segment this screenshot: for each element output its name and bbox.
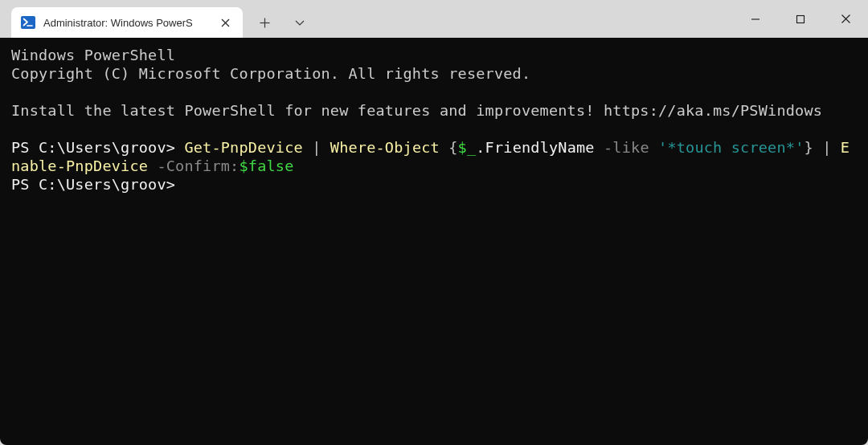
brace-token: } [804,139,813,156]
window-controls [733,0,868,38]
plus-icon [260,18,270,28]
prompt-text: PS C:\Users\groov> [11,176,175,193]
minimize-icon [751,14,760,24]
bool-token: $false [239,157,293,174]
brace-token: { [440,139,458,156]
svg-rect-7 [797,15,805,22]
banner-text: Copyright (C) Microsoft Corporation. All… [11,65,530,82]
banner-text: Windows PowerShell [11,47,175,63]
pipe-token: | [303,139,330,156]
chevron-down-icon [294,17,305,28]
pipe-token: | [813,139,841,156]
titlebar: Administrator: Windows PowerS [0,0,868,38]
close-icon [841,14,851,24]
close-icon [221,18,230,27]
window: Administrator: Windows PowerS [0,0,868,445]
prompt-text: PS C:\Users\groov> [11,139,184,156]
svg-rect-0 [21,16,35,29]
operator-token: -like [595,139,658,156]
minimize-button[interactable] [733,0,778,38]
tab-active[interactable]: Administrator: Windows PowerS [11,7,243,38]
string-token: '*touch screen*' [658,139,804,156]
maximize-button[interactable] [778,0,823,38]
titlebar-drag-region[interactable] [315,0,733,38]
banner-text: Install the latest PowerShell for new fe… [11,102,822,119]
tab-actions [243,0,315,38]
tab-dropdown-button[interactable] [285,7,315,38]
property-token: .FriendlyName [476,139,594,156]
tab-title: Administrator: Windows PowerS [43,17,207,29]
tab-close-button[interactable] [215,13,235,32]
maximize-icon [796,14,805,24]
powershell-icon [21,15,35,30]
parameter-token: -Confirm: [148,157,239,174]
close-window-button[interactable] [823,0,868,38]
terminal-content[interactable]: Windows PowerShell Copyright (C) Microso… [0,38,868,445]
cmdlet-token: Where-Object [330,139,440,156]
cmdlet-token: Get-PnpDevice [184,139,302,156]
variable-token: $_ [458,139,477,156]
new-tab-button[interactable] [249,7,280,38]
